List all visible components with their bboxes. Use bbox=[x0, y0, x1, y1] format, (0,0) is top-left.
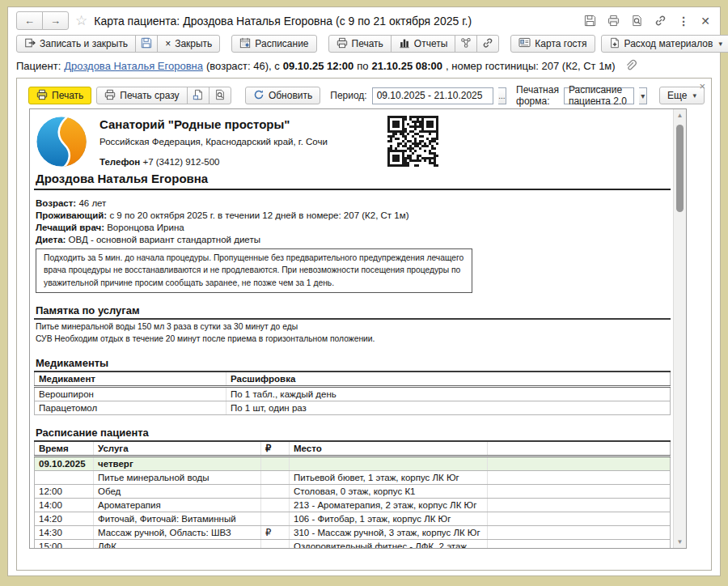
related-objects-button[interactable] bbox=[455, 35, 477, 53]
print-window-icon[interactable] bbox=[607, 15, 620, 27]
back-button[interactable]: ← bbox=[16, 11, 43, 30]
back-icon: ← bbox=[24, 15, 35, 27]
schedule-row: 12:00 Обед Столовая, 0 этаж, корпус К1 bbox=[35, 485, 671, 499]
org-logo bbox=[36, 116, 87, 169]
save-window-icon[interactable] bbox=[584, 15, 596, 27]
org-info: Санаторий "Родные просторы" Российская Ф… bbox=[99, 116, 370, 169]
form-dropdown-button[interactable]: ▾ bbox=[639, 87, 647, 104]
save-close-icon bbox=[24, 37, 36, 51]
medication-row: Верошпирон По 1 табл., каждый день bbox=[35, 387, 671, 401]
scroll-down-icon[interactable]: ▼ bbox=[674, 538, 686, 546]
form-combo-value: Расписание пациента 2.0 bbox=[569, 84, 629, 107]
app-frame: ← → ☆ Карта пациента: Дроздова Наталья Е… bbox=[0, 0, 728, 586]
org-address: Российская Федерация, Краснодарский край… bbox=[99, 137, 370, 146]
get-link-icon bbox=[482, 37, 493, 51]
printed-document: Санаторий "Родные просторы" Российская Ф… bbox=[30, 109, 674, 548]
save-icon bbox=[141, 37, 152, 51]
nav-buttons: ← → bbox=[16, 11, 69, 30]
form-label: Печатная форма: bbox=[516, 84, 559, 107]
schedule-table: Время Услуга ₽ Место 09.10.2025 четверг … bbox=[34, 442, 671, 548]
preview-print-group: Печать сразу bbox=[96, 87, 231, 104]
favorite-star-icon[interactable]: ☆ bbox=[75, 14, 87, 28]
page-title: Карта пациента: Дроздова Наталья Егоровн… bbox=[94, 15, 472, 28]
procedure-notice: Подходить за 5 мин. до начала процедуры.… bbox=[36, 248, 472, 293]
org-phone-value: +7 (3412) 912-500 bbox=[142, 157, 219, 167]
patient-name-link[interactable]: Дроздова Наталья Егоровна bbox=[64, 60, 203, 72]
patient-card-window: ← → ☆ Карта пациента: Дроздова Наталья Е… bbox=[7, 6, 721, 576]
patient-date-to: 21.10.25 08:00 bbox=[372, 60, 442, 72]
preview-toolbar: Печать Печать сразу bbox=[17, 79, 711, 112]
guest-card-button[interactable]: Карта гостя bbox=[510, 35, 595, 53]
close-window-icon[interactable]: ✕ bbox=[700, 15, 710, 28]
refresh-button[interactable]: Обновить bbox=[245, 87, 320, 104]
forward-button[interactable]: → bbox=[42, 11, 69, 30]
materials-dropdown-icon: ▾ bbox=[718, 40, 722, 48]
kebab-menu-icon[interactable]: ⋮ bbox=[678, 15, 689, 28]
close-button[interactable]: × Закрыть bbox=[157, 35, 220, 53]
print-group: Печать Отчеты bbox=[328, 35, 500, 53]
period-more-button[interactable]: ... bbox=[498, 87, 506, 104]
title-bar: ← → ☆ Карта пациента: Дроздова Наталья Е… bbox=[8, 7, 720, 32]
schedule-row: 14:30 Массаж ручной, Область: ШВЗ ₽ 310 … bbox=[35, 526, 671, 540]
main-toolbar: Записать и закрыть × Закрыть Расписание bbox=[8, 32, 720, 57]
scrollbar-thumb[interactable] bbox=[676, 125, 684, 212]
related-objects-icon bbox=[460, 37, 472, 51]
save-button[interactable] bbox=[135, 35, 158, 53]
period-input[interactable] bbox=[372, 87, 493, 104]
org-name: Санаторий "Родные просторы" bbox=[99, 117, 370, 131]
scroll-up-icon[interactable]: ▲ bbox=[674, 112, 686, 119]
attachment-paperclip-icon[interactable] bbox=[624, 59, 637, 72]
print-button[interactable]: Печать bbox=[328, 35, 392, 53]
preview-page-button[interactable] bbox=[209, 87, 231, 104]
schedule-calendar-icon bbox=[239, 37, 251, 51]
schedule-row: 14:00 Ароматерапия 213 - Ароматерапия, 2… bbox=[35, 499, 671, 512]
print-preview-panel: × Печать Печать сразу bbox=[16, 78, 712, 571]
link-window-icon[interactable] bbox=[654, 15, 667, 27]
save-and-close-button[interactable]: Записать и закрыть bbox=[16, 35, 136, 53]
patient-mid1: (возраст: 46), с bbox=[206, 60, 280, 72]
window-controls: ⋮ ✕ bbox=[584, 15, 710, 28]
schedule-row: Питье минеральной воды Питьевой бювет, 1… bbox=[35, 471, 671, 485]
patient-info: Возраст: 46 лет Проживающий: с 9 по 20 о… bbox=[36, 198, 671, 244]
get-link-button[interactable] bbox=[476, 35, 499, 53]
schedule-title: Расписание пациента bbox=[34, 427, 671, 442]
qr-code bbox=[387, 116, 438, 169]
print-now-button[interactable]: Печать сразу bbox=[96, 87, 187, 104]
panel-close-icon[interactable]: × bbox=[699, 80, 705, 92]
preview-page-icon bbox=[214, 89, 226, 103]
schedule-row: 14:20 Фиточай, Фиточай: Витаминный 106 -… bbox=[35, 512, 671, 526]
preview-print-button[interactable]: Печать bbox=[28, 87, 91, 104]
reports-chart-icon bbox=[399, 37, 410, 51]
preview-print-icon bbox=[36, 89, 48, 103]
materials-button[interactable]: Расход материалов ▾ bbox=[601, 35, 728, 53]
preview-window-icon[interactable] bbox=[631, 15, 643, 27]
patient-date-from: 09.10.25 12:00 bbox=[283, 60, 353, 72]
schedule-row: 15:00 ЛФК Оздоровительный фитнес - ЛФК, … bbox=[35, 540, 671, 548]
preview-more-dropdown-icon: ▾ bbox=[692, 91, 696, 100]
form-combo[interactable]: Расписание пациента 2.0 bbox=[564, 87, 634, 104]
schedule-button[interactable]: Расписание bbox=[231, 35, 316, 53]
document-viewport: Санаторий "Родные просторы" Российская Ф… bbox=[29, 108, 687, 549]
guest-card-icon bbox=[518, 37, 531, 50]
print-now-icon bbox=[104, 89, 116, 103]
meds-title: Медикаменты bbox=[34, 357, 671, 372]
patient-bar: Пациент: Дроздова Наталья Егоровна (возр… bbox=[8, 57, 720, 78]
materials-doc-icon bbox=[609, 37, 620, 51]
print-icon bbox=[336, 37, 348, 51]
schedule-date-row: 09.10.2025 четверг bbox=[35, 456, 671, 471]
save-file-button[interactable] bbox=[187, 87, 210, 104]
close-x-icon: × bbox=[165, 38, 171, 49]
save-group: Записать и закрыть × Закрыть bbox=[16, 35, 220, 53]
medication-row: Парацетомол По 1 шт, один раз bbox=[35, 401, 671, 415]
memo-title: Памятка по услугам bbox=[34, 304, 671, 320]
vertical-scrollbar[interactable]: ▲ ▼ bbox=[673, 109, 686, 548]
forward-icon: → bbox=[50, 15, 61, 27]
period-label: Период: bbox=[330, 90, 366, 101]
patient-mid2: по bbox=[357, 60, 368, 72]
patient-tail: , номер гостиницы: 207 (К2, Ст 1м) bbox=[446, 60, 616, 72]
refresh-icon bbox=[253, 89, 265, 103]
preview-more-button[interactable]: Еще ▾ bbox=[659, 87, 705, 104]
reports-button[interactable]: Отчеты bbox=[391, 35, 455, 53]
document-patient-name: Дроздова Наталья Егоровна bbox=[34, 172, 671, 190]
memo-lines: Питье минеральной воды 150 мл 3 раза в с… bbox=[36, 321, 671, 346]
